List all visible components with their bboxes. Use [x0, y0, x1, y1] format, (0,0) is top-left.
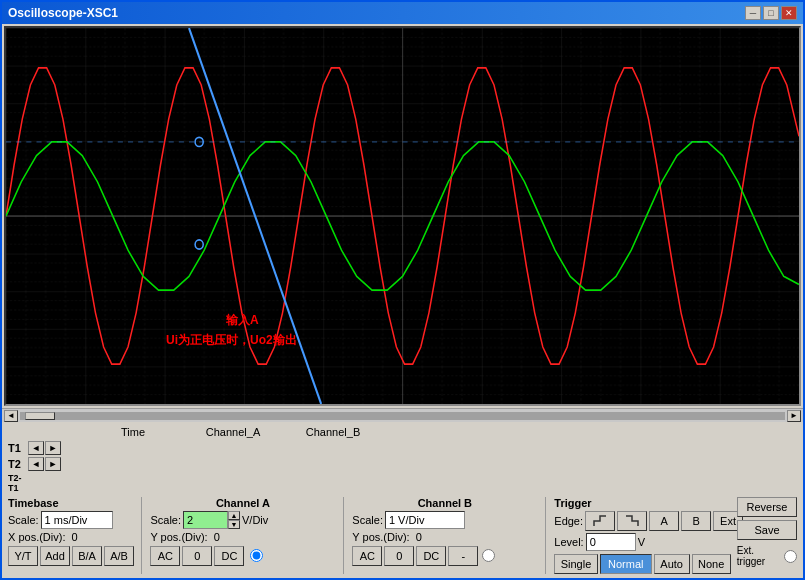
scroll-right-arrow[interactable]: ►: [787, 410, 801, 422]
channel-a-dc-button[interactable]: DC: [214, 546, 244, 566]
timebase-section: Timebase Scale: X pos.(Div): 0 Y/T Add B…: [8, 497, 133, 566]
channel-b-ypos-label: Y pos.(Div):: [352, 531, 409, 543]
divider-3: [545, 497, 546, 574]
channel-b-scale-input[interactable]: [385, 511, 465, 529]
channel-a-radio-indicator: [250, 549, 263, 564]
channel-b-ypos-value: 0: [416, 531, 422, 543]
channel-b-0-button[interactable]: 0: [384, 546, 414, 566]
trigger-b-button[interactable]: B: [681, 511, 711, 531]
channel-a-header: Channel_A: [183, 426, 283, 438]
scroll-left-arrow[interactable]: ◄: [4, 410, 18, 422]
right-buttons-panel: Reverse Save Ext. trigger: [737, 497, 797, 567]
trigger-falling-button[interactable]: [617, 511, 647, 531]
channel-a-ac-button[interactable]: AC: [150, 546, 180, 566]
channel-b-ypos-row: Y pos.(Div): 0: [352, 531, 537, 543]
channel-b-radio-indicator: [482, 549, 495, 564]
minimize-button[interactable]: ─: [745, 6, 761, 20]
channel-a-scale-row: Scale: ▲ ▼ V/Div: [150, 511, 335, 529]
oscilloscope-window: Oscilloscope-XSC1 ─ □ ✕: [0, 0, 805, 580]
t1-label: T1: [8, 442, 28, 454]
trigger-single-button[interactable]: Single: [554, 554, 597, 574]
channel-b-title: Channel B: [352, 497, 537, 509]
channel-a-scale-label: Scale:: [150, 514, 181, 526]
main-controls-row: Timebase Scale: X pos.(Div): 0 Y/T Add B…: [8, 497, 797, 574]
channel-a-radio[interactable]: [250, 549, 263, 562]
add-button[interactable]: Add: [40, 546, 70, 566]
channel-a-scale-unit: V/Div: [242, 514, 268, 526]
trigger-a-button[interactable]: A: [649, 511, 679, 531]
timebase-mode-buttons: Y/T Add B/A A/B: [8, 546, 133, 566]
trigger-level-row: Level: V: [554, 533, 731, 551]
channel-b-header: Channel_B: [283, 426, 383, 438]
timebase-xpos-row: X pos.(Div): 0: [8, 531, 133, 543]
trigger-rising-button[interactable]: [585, 511, 615, 531]
channel-b-ac-button[interactable]: AC: [352, 546, 382, 566]
channel-a-coupling-buttons: AC 0 DC: [150, 546, 335, 566]
t1-arrows: ◄ ►: [28, 441, 61, 455]
t1-row: T1 ◄ ►: [8, 441, 797, 455]
ext-trigger-label: Ext. trigger: [737, 545, 781, 567]
trigger-auto-button[interactable]: Auto: [654, 554, 690, 574]
t2-label: T2: [8, 458, 28, 470]
trigger-edge-row: Edge: A B Ext: [554, 511, 731, 531]
trigger-level-label: Level:: [554, 536, 583, 548]
channel-a-spinner-up[interactable]: ▲: [228, 511, 240, 520]
t2t1-label: T2-T1: [8, 473, 28, 493]
channel-a-ypos-row: Y pos.(Div): 0: [150, 531, 335, 543]
window-title: Oscilloscope-XSC1: [8, 6, 118, 20]
timebase-xpos-value: 0: [71, 531, 77, 543]
ab-button[interactable]: A/B: [104, 546, 134, 566]
t2-left-arrow[interactable]: ◄: [28, 457, 44, 471]
channel-a-ypos-label: Y pos.(Div):: [150, 531, 207, 543]
waveform-canvas: [6, 28, 799, 404]
divider-2: [343, 497, 344, 574]
channel-b-section: Channel B Scale: Y pos.(Div): 0 AC 0 DC …: [352, 497, 537, 566]
trigger-section: Trigger Edge: A B Ext Level:: [554, 497, 731, 574]
channel-a-scale-input[interactable]: [183, 511, 228, 529]
horizontal-scrollbar[interactable]: ◄ ►: [2, 408, 803, 422]
ext-trigger-radio[interactable]: [784, 550, 797, 563]
channel-a-scale-spinner: ▲ ▼: [183, 511, 240, 529]
scroll-thumb[interactable]: [25, 412, 55, 420]
measurement-header: Time Channel_A Channel_B: [8, 426, 797, 438]
channel-a-section: Channel A Scale: ▲ ▼ V/Div Y pos.(Div): …: [150, 497, 335, 566]
channel-b-scale-label: Scale:: [352, 514, 383, 526]
reverse-button[interactable]: Reverse: [737, 497, 797, 517]
titlebar: Oscilloscope-XSC1 ─ □ ✕: [2, 2, 803, 24]
controls-panel: Time Channel_A Channel_B T1 ◄ ► T2 ◄ ►: [2, 422, 803, 578]
timebase-scale-input[interactable]: [41, 511, 113, 529]
ext-trigger-row: Ext. trigger: [737, 545, 797, 567]
scroll-track[interactable]: [20, 412, 785, 420]
maximize-button[interactable]: □: [763, 6, 779, 20]
timebase-title: Timebase: [8, 497, 133, 509]
oscilloscope-display: 输入A Ui为正电压时，Uo2输出: [4, 26, 801, 406]
trigger-level-input[interactable]: [586, 533, 636, 551]
trigger-edge-label: Edge:: [554, 515, 583, 527]
timebase-xpos-label: X pos.(Div):: [8, 531, 65, 543]
channel-a-spinner-down[interactable]: ▼: [228, 520, 240, 529]
timebase-scale-label: Scale:: [8, 514, 39, 526]
ba-button[interactable]: B/A: [72, 546, 102, 566]
t1-right-arrow[interactable]: ►: [45, 441, 61, 455]
close-button[interactable]: ✕: [781, 6, 797, 20]
channel-a-title: Channel A: [150, 497, 335, 509]
divider-1: [141, 497, 142, 574]
channel-b-minus-button[interactable]: -: [448, 546, 478, 566]
save-button[interactable]: Save: [737, 520, 797, 540]
trigger-normal-button[interactable]: Normal: [600, 554, 652, 574]
t2-right-arrow[interactable]: ►: [45, 457, 61, 471]
time-header: Time: [83, 426, 183, 438]
channel-b-scale-row: Scale:: [352, 511, 537, 529]
t2-row: T2 ◄ ►: [8, 457, 797, 471]
channel-b-coupling-buttons: AC 0 DC -: [352, 546, 537, 566]
yt-button[interactable]: Y/T: [8, 546, 38, 566]
channel-a-0-button[interactable]: 0: [182, 546, 212, 566]
channel-a-spinner-buttons: ▲ ▼: [228, 511, 240, 529]
trigger-level-unit: V: [638, 536, 645, 548]
channel-b-radio[interactable]: [482, 549, 495, 562]
header-empty: [8, 426, 83, 438]
t2t1-row: T2-T1: [8, 473, 797, 493]
trigger-none-button[interactable]: None: [692, 554, 731, 574]
t1-left-arrow[interactable]: ◄: [28, 441, 44, 455]
channel-b-dc-button[interactable]: DC: [416, 546, 446, 566]
